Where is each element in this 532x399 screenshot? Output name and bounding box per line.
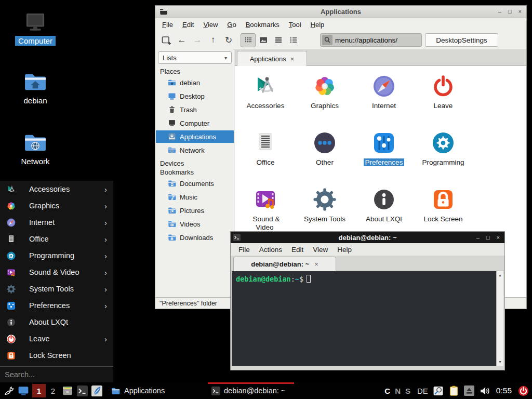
keyboard-layout[interactable]: DE xyxy=(417,387,428,395)
desktop-icon-network[interactable]: Network xyxy=(9,133,61,166)
tab-close-icon[interactable]: × xyxy=(290,55,295,63)
category-office[interactable]: Office xyxy=(237,129,294,183)
quicklaunch-terminal[interactable] xyxy=(75,382,89,399)
system-tray: C N S DE 0:55 xyxy=(384,385,532,396)
menu-view[interactable]: View xyxy=(308,245,332,255)
category-internet[interactable]: Internet xyxy=(356,73,412,127)
menu-item-graphics[interactable]: Graphics › xyxy=(0,197,113,214)
power-button-icon[interactable] xyxy=(518,385,529,396)
desktop-icon-computer[interactable]: Computer xyxy=(9,12,61,46)
show-desktop-button[interactable] xyxy=(16,382,31,399)
terminal-icon xyxy=(211,387,220,395)
workspace-2-button[interactable]: 2 xyxy=(48,387,58,395)
terminal-titlebar[interactable]: debian@debian: ~ – □ × xyxy=(231,232,504,243)
menu-file[interactable]: File xyxy=(157,20,178,30)
tab-bar: Applications × xyxy=(235,49,526,66)
category-other[interactable]: Other xyxy=(297,129,353,183)
menu-item-internet[interactable]: Internet › xyxy=(0,214,113,231)
menu-go[interactable]: Go xyxy=(222,20,241,30)
icon-view-button[interactable] xyxy=(241,33,256,47)
submenu-arrow-icon: › xyxy=(104,285,107,294)
screenshot-tray-icon[interactable] xyxy=(433,385,444,396)
menu-item-sound-video[interactable]: Sound & Video › xyxy=(0,264,113,281)
menu-item-preferences[interactable]: Preferences › xyxy=(0,297,113,314)
category-graphics[interactable]: Graphics xyxy=(297,73,353,127)
refresh-button[interactable]: ↻ xyxy=(221,33,236,47)
terminal-tab[interactable]: debian@debian: ~ × xyxy=(233,257,336,271)
menu-view[interactable]: View xyxy=(198,20,222,30)
menu-help[interactable]: Help xyxy=(332,245,356,255)
menu-item-about-lxqt[interactable]: About LXQt xyxy=(0,314,113,330)
up-button[interactable]: ↑ xyxy=(205,33,221,47)
clipboard-tray-icon[interactable] xyxy=(448,385,459,396)
menu-search-input[interactable]: Search... xyxy=(0,366,113,382)
menu-help[interactable]: Help xyxy=(306,20,329,30)
menu-item-leave[interactable]: Leave › xyxy=(0,330,113,347)
menu-file[interactable]: File xyxy=(234,245,255,255)
category-leave[interactable]: Leave xyxy=(415,73,471,127)
sidebar-item-trash[interactable]: Trash xyxy=(156,103,234,116)
detailed-list-icon xyxy=(273,35,284,45)
graphics-icon xyxy=(312,74,337,99)
tab-close-icon[interactable]: × xyxy=(314,260,318,268)
pictures-folder-icon xyxy=(168,206,176,215)
compact-view-button[interactable] xyxy=(286,33,301,47)
sidebar-item-applications[interactable]: Applications xyxy=(156,130,234,143)
file-manager-titlebar[interactable]: Applications – □ × xyxy=(155,6,526,18)
accessories-icon xyxy=(6,184,16,194)
thumbnail-view-button[interactable] xyxy=(256,33,271,47)
volume-icon[interactable] xyxy=(479,385,490,396)
menu-edit[interactable]: Edit xyxy=(287,245,308,255)
main-menu-button[interactable] xyxy=(2,382,16,399)
desktop-settings-button[interactable]: DesktopSettings xyxy=(425,33,498,47)
menu-edit[interactable]: Edit xyxy=(178,20,198,30)
category-preferences[interactable]: Preferences xyxy=(356,129,412,183)
menu-item-system-tools[interactable]: System Tools › xyxy=(0,281,113,297)
address-bar[interactable]: menu://applications/ xyxy=(320,33,422,47)
category-programming[interactable]: Programming xyxy=(415,129,471,183)
clock[interactable]: 0:55 xyxy=(496,386,512,395)
scroll-down-icon[interactable]: ▼ xyxy=(497,358,503,365)
sidebar-item-videos[interactable]: Videos xyxy=(156,218,234,230)
menu-bookmarks[interactable]: Bookmarks xyxy=(241,20,284,30)
back-button[interactable]: ← xyxy=(174,33,190,47)
tab-applications[interactable]: Applications × xyxy=(237,51,307,66)
submenu-arrow-icon: › xyxy=(104,335,107,343)
quicklaunch-file-manager[interactable] xyxy=(60,382,75,399)
menu-item-programming[interactable]: Programming › xyxy=(0,247,113,264)
detailed-list-view-button[interactable] xyxy=(271,33,286,47)
terminal-screen[interactable]: debian@debian:~$ ▲ ▼ xyxy=(232,271,503,366)
preferences-icon xyxy=(6,301,16,311)
menu-tool[interactable]: Tool xyxy=(284,20,306,30)
terminal-scrollbar[interactable]: ▲ ▼ xyxy=(496,271,503,366)
menu-item-office[interactable]: Office › xyxy=(0,231,113,247)
graphics-icon xyxy=(6,201,16,211)
new-tab-button[interactable] xyxy=(158,33,174,47)
workspace-1-button[interactable]: 1 xyxy=(32,384,46,397)
sidebar-item-pictures[interactable]: Pictures xyxy=(156,204,234,217)
sidebar-item-downloads[interactable]: Downloads xyxy=(156,231,234,244)
menu-actions[interactable]: Actions xyxy=(255,245,287,255)
category-accessories[interactable]: Accessories xyxy=(237,73,294,127)
task-button-terminal[interactable]: debian@debian: ~ xyxy=(208,382,294,399)
sidebar-item-computer[interactable]: Computer xyxy=(156,117,234,129)
sidebar-mode-selector[interactable]: Lists ▾ xyxy=(158,51,232,64)
sidebar-item-network[interactable]: Network xyxy=(156,144,234,156)
sidebar-item-documents[interactable]: Documents xyxy=(156,177,234,190)
sidebar-item-music[interactable]: Music xyxy=(156,191,234,203)
minimize-button[interactable]: – xyxy=(476,235,480,241)
menu-item-accessories[interactable]: Accessories › xyxy=(0,181,113,197)
scroll-up-icon[interactable]: ▲ xyxy=(497,272,503,278)
quicklaunch-text-editor[interactable] xyxy=(89,382,104,399)
programming-icon xyxy=(431,130,456,155)
maximize-button[interactable]: □ xyxy=(486,235,490,241)
menu-item-lock-screen[interactable]: Lock Screen xyxy=(0,347,113,364)
programming-icon xyxy=(6,251,16,261)
task-button-applications[interactable]: Applications xyxy=(107,382,207,399)
sidebar-item-debian[interactable]: debian xyxy=(156,76,234,89)
removable-media-icon[interactable] xyxy=(464,385,474,396)
sidebar-item-desktop[interactable]: Desktop xyxy=(156,90,234,102)
close-button[interactable]: × xyxy=(497,235,500,241)
forward-button[interactable]: → xyxy=(190,33,205,47)
desktop-icon-home[interactable]: debian xyxy=(9,72,61,105)
